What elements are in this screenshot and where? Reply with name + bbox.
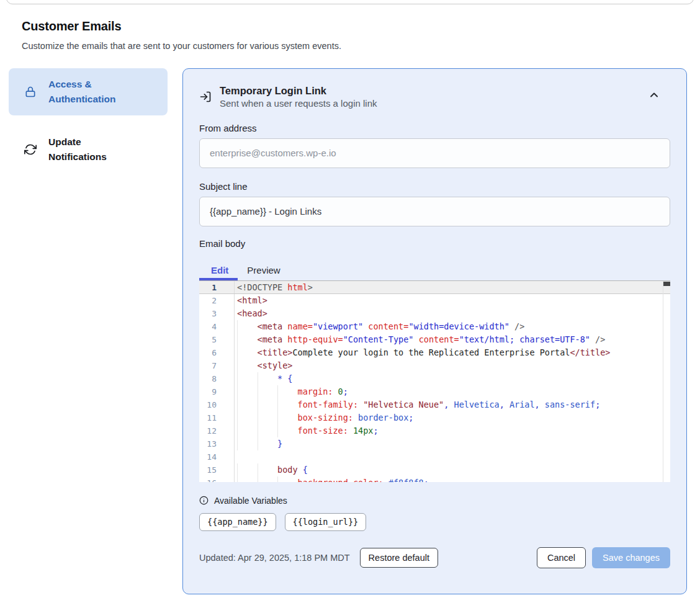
code-line[interactable]: 13} bbox=[199, 437, 670, 450]
page-subtitle: Customize the emails that are sent to yo… bbox=[22, 41, 341, 51]
code-text: <meta http-equiv="Content-Type" content=… bbox=[235, 333, 670, 346]
email-types-sidebar: Access & Authentication Update Notificat… bbox=[9, 68, 168, 173]
line-number: 6 bbox=[199, 346, 235, 359]
line-number: 16 bbox=[199, 476, 235, 482]
line-number: 1 bbox=[199, 281, 235, 293]
line-number: 7 bbox=[199, 359, 235, 372]
code-text: <meta name="viewport" content="width=dev… bbox=[235, 320, 670, 333]
line-number: 14 bbox=[199, 450, 235, 463]
card-title: Temporary Login Link bbox=[220, 84, 377, 97]
code-text: <html> bbox=[235, 294, 670, 307]
code-text: font-size: 14px; bbox=[235, 424, 670, 437]
sidebar-item-label: Access & Authentication bbox=[48, 77, 141, 107]
code-text: } bbox=[235, 437, 670, 450]
email-body-label: Email body bbox=[199, 238, 670, 249]
info-icon bbox=[199, 496, 209, 505]
line-number: 10 bbox=[199, 398, 235, 411]
editor-tabs: Edit Preview bbox=[199, 260, 670, 280]
code-text: box-sizing: border-box; bbox=[235, 411, 670, 424]
temporary-login-link-card: Temporary Login Link Sent when a user re… bbox=[182, 68, 687, 594]
code-line[interactable]: 9margin: 0; bbox=[199, 385, 670, 398]
subject-line-input[interactable] bbox=[199, 197, 670, 226]
code-text: body { bbox=[235, 463, 670, 476]
code-line[interactable]: 8* { bbox=[199, 372, 670, 385]
variable-chip-app-name[interactable]: {{app_name}} bbox=[199, 513, 276, 531]
save-changes-button[interactable]: Save changes bbox=[592, 547, 670, 568]
subject-line-label: Subject line bbox=[199, 181, 670, 192]
lock-icon bbox=[24, 86, 37, 98]
active-tab-underline bbox=[199, 278, 238, 280]
code-line[interactable]: 4<meta name="viewport" content="width=de… bbox=[199, 320, 670, 333]
code-line[interactable]: 5<meta http-equiv="Content-Type" content… bbox=[199, 333, 670, 346]
from-address-label: From address bbox=[199, 123, 670, 133]
editor-wrap: 1<!DOCTYPE html>2<html>3<head>4<meta nam… bbox=[199, 280, 670, 482]
sidebar-item-label: Update Notifications bbox=[48, 135, 141, 164]
editor-scrollbar-thumb[interactable] bbox=[663, 282, 670, 286]
code-text: <!DOCTYPE html> bbox=[235, 281, 670, 293]
available-variables-row: Available Variables bbox=[199, 496, 670, 506]
line-number: 8 bbox=[199, 372, 235, 385]
line-number: 2 bbox=[199, 294, 235, 307]
code-text bbox=[235, 450, 670, 463]
editor-scrollbar[interactable] bbox=[663, 281, 670, 482]
line-number: 12 bbox=[199, 424, 235, 437]
card-header: Temporary Login Link Sent when a user re… bbox=[199, 84, 670, 110]
code-text: * { bbox=[235, 372, 670, 385]
sidebar-item-update-notifications[interactable]: Update Notifications bbox=[9, 126, 168, 173]
code-line[interactable]: 11box-sizing: border-box; bbox=[199, 411, 670, 424]
code-text: <title>Complete your login to the Replic… bbox=[235, 346, 670, 359]
top-bar-remnant bbox=[6, 0, 694, 4]
code-text: margin: 0; bbox=[235, 385, 670, 398]
line-number: 11 bbox=[199, 411, 235, 424]
code-line[interactable]: 12font-size: 14px; bbox=[199, 424, 670, 437]
line-number: 15 bbox=[199, 463, 235, 476]
code-line[interactable]: 7<style> bbox=[199, 359, 670, 372]
restore-default-button[interactable]: Restore default bbox=[360, 548, 438, 568]
code-line[interactable]: 2<html> bbox=[199, 294, 670, 307]
line-number: 13 bbox=[199, 437, 235, 450]
code-line[interactable]: 15body { bbox=[199, 463, 670, 476]
line-number: 5 bbox=[199, 333, 235, 346]
page-title: Customer Emails bbox=[22, 19, 121, 34]
email-body-code-editor[interactable]: 1<!DOCTYPE html>2<html>3<head>4<meta nam… bbox=[199, 280, 670, 482]
tab-edit[interactable]: Edit bbox=[199, 265, 238, 275]
code-text: <head> bbox=[235, 307, 670, 320]
available-variables-label: Available Variables bbox=[214, 496, 287, 506]
code-text: font-family: "Helvetica Neue", Helvetica… bbox=[235, 398, 670, 411]
code-line[interactable]: 16background-color: #f8f8f8; bbox=[199, 476, 670, 482]
log-in-icon bbox=[199, 91, 212, 103]
code-text: <style> bbox=[235, 359, 670, 372]
refresh-icon bbox=[24, 143, 37, 156]
line-number: 3 bbox=[199, 307, 235, 320]
variable-chip-login-url[interactable]: {{login_url}} bbox=[285, 513, 367, 531]
chevron-up-icon[interactable] bbox=[648, 89, 660, 101]
code-line[interactable]: 10font-family: "Helvetica Neue", Helveti… bbox=[199, 398, 670, 411]
code-text: background-color: #f8f8f8; bbox=[235, 476, 670, 482]
tab-preview[interactable]: Preview bbox=[238, 265, 289, 275]
sidebar-item-access-authentication[interactable]: Access & Authentication bbox=[9, 68, 168, 115]
updated-timestamp: Updated: Apr 29, 2025, 1:18 PM MDT bbox=[199, 553, 350, 563]
card-subtitle: Sent when a user requests a login link bbox=[220, 97, 377, 110]
code-line[interactable]: 6<title>Complete your login to the Repli… bbox=[199, 346, 670, 359]
card-footer: Updated: Apr 29, 2025, 1:18 PM MDT Resto… bbox=[199, 547, 670, 568]
code-line[interactable]: 14 bbox=[199, 450, 670, 463]
line-number: 9 bbox=[199, 385, 235, 398]
cancel-button[interactable]: Cancel bbox=[537, 547, 586, 568]
code-line[interactable]: 3<head> bbox=[199, 307, 670, 320]
line-number: 4 bbox=[199, 320, 235, 333]
from-address-input[interactable] bbox=[199, 138, 670, 168]
code-line[interactable]: 1<!DOCTYPE html> bbox=[199, 281, 670, 294]
variable-chips: {{app_name}} {{login_url}} bbox=[199, 513, 670, 531]
